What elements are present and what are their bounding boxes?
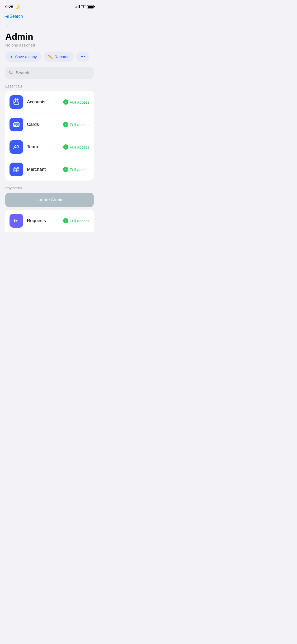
svg-point-8 (15, 146, 16, 148)
accounts-item-name: Accounts (27, 99, 63, 105)
rename-button[interactable]: ✏️ Rename (44, 52, 74, 62)
back-button[interactable]: ← (0, 20, 99, 29)
team-item-name: Team (27, 144, 63, 150)
more-icon: ••• (81, 54, 85, 59)
svg-rect-7 (17, 125, 18, 126)
svg-rect-4 (13, 123, 19, 127)
search-icon (9, 70, 13, 76)
save-copy-button[interactable]: ＋ Save a copy (5, 52, 41, 62)
list-item[interactable]: Cards ✓ Full access (5, 113, 94, 136)
essentials-section-label: Essentials (0, 84, 99, 91)
save-copy-label: Save a copy (15, 54, 37, 59)
svg-point-9 (17, 145, 18, 147)
signal-icon (75, 5, 80, 8)
update-admin-label: Update Admin (35, 197, 64, 202)
team-check-icon: ✓ (63, 144, 68, 150)
accounts-icon (10, 95, 23, 109)
moon-icon: 🌙 (15, 4, 20, 9)
svg-rect-6 (14, 125, 16, 126)
cards-icon (10, 118, 23, 131)
requests-check-icon: ✓ (63, 218, 68, 223)
requests-access-label: Full access (70, 219, 89, 223)
essentials-list-card: Accounts ✓ Full access Cards ✓ Full acce… (5, 91, 94, 181)
list-item[interactable]: Accounts ✓ Full access (5, 91, 94, 113)
search-bar[interactable] (5, 67, 94, 79)
search-input[interactable] (16, 71, 90, 75)
wifi-icon (81, 4, 86, 9)
plus-icon: ＋ (10, 54, 13, 59)
cards-access-label: Full access (70, 122, 89, 127)
nav-back-label: Search (10, 14, 23, 19)
page-subtitle: No one assigned (5, 43, 94, 47)
payments-list-card: Requests ✓ Full access (5, 210, 94, 232)
search-container (0, 67, 99, 84)
merchant-check-icon: ✓ (63, 167, 68, 172)
merchant-item-name: Merchant (27, 167, 63, 172)
merchant-access-label: Full access (70, 167, 89, 172)
update-admin-button[interactable]: Update Admin (5, 193, 94, 207)
status-bar: 9:25 🌙 (0, 0, 99, 12)
list-item[interactable]: Requests ✓ Full access (5, 210, 94, 232)
rename-label: Rename (55, 54, 70, 59)
page-title: Admin (5, 31, 94, 42)
requests-icon (10, 214, 23, 228)
svg-point-13 (15, 167, 16, 168)
merchant-icon (10, 163, 23, 176)
time-display: 9:25 (5, 4, 13, 9)
battery-icon (87, 5, 94, 8)
nav-back-area[interactable]: ◀ Search (0, 12, 99, 20)
svg-rect-16 (14, 219, 15, 222)
list-item[interactable]: Merchant ✓ Full access (5, 158, 94, 181)
merchant-access-badge: ✓ Full access (63, 167, 89, 172)
accounts-access-badge: ✓ Full access (63, 99, 89, 105)
team-access-badge: ✓ Full access (63, 144, 89, 150)
pencil-icon: ✏️ (48, 54, 53, 59)
status-indicators (75, 4, 94, 9)
action-buttons-row: ＋ Save a copy ✏️ Rename ••• (0, 52, 99, 67)
nav-back-arrow-icon: ◀ (5, 14, 8, 19)
back-arrow-icon: ← (5, 22, 11, 29)
cards-check-icon: ✓ (63, 122, 68, 127)
svg-point-14 (17, 167, 18, 168)
update-button-wrap: Update Admin (0, 193, 99, 210)
cards-access-badge: ✓ Full access (63, 122, 89, 127)
requests-item-name: Requests (27, 218, 63, 223)
svg-rect-5 (13, 123, 19, 125)
status-time: 9:25 🌙 (5, 4, 20, 9)
accounts-access-label: Full access (70, 100, 89, 104)
cards-item-name: Cards (27, 122, 63, 127)
page-header: Admin No one assigned (0, 29, 99, 52)
list-item[interactable]: Team ✓ Full access (5, 136, 94, 158)
requests-access-badge: ✓ Full access (63, 218, 89, 223)
more-button[interactable]: ••• (76, 52, 89, 62)
accounts-check-icon: ✓ (63, 99, 68, 105)
team-access-label: Full access (70, 145, 89, 149)
team-icon (10, 140, 23, 154)
payments-section-label: Payments (0, 186, 99, 193)
